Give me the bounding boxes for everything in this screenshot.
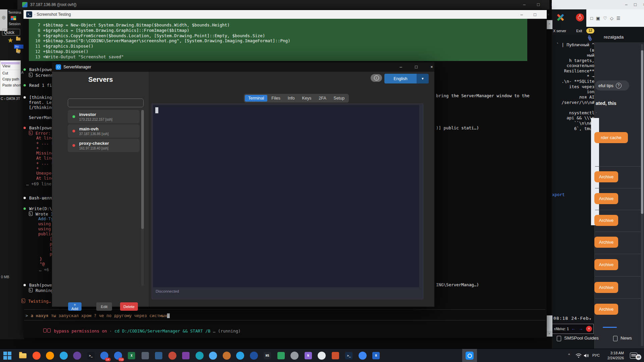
minimize-icon[interactable]: – xyxy=(396,64,406,69)
taskbar-item-monitor-app[interactable] xyxy=(152,349,166,362)
taskbar-item-chat-app[interactable] xyxy=(356,349,370,362)
close-icon[interactable]: × xyxy=(543,12,553,17)
tab-2fa[interactable]: 2FA xyxy=(315,95,329,102)
tree-selected-item[interactable]: /ro xyxy=(14,45,24,49)
server-item-main-ovh[interactable]: main-ovh37.187.136.86 [ssh] xyxy=(68,124,140,138)
useful-tips-button[interactable]: eful tips ? xyxy=(595,80,629,90)
tab-count-badge[interactable]: 12 xyxy=(586,28,594,34)
taskbar-item-tor-browser[interactable] xyxy=(70,349,84,362)
taskbar-item-utility-app[interactable] xyxy=(139,349,152,362)
panel-scrollbar-thumb[interactable] xyxy=(641,50,643,214)
maximize-icon[interactable]: □ xyxy=(533,2,543,7)
taskbar-item-r-app[interactable]: R xyxy=(369,349,383,362)
minimize-icon[interactable]: – xyxy=(621,2,631,7)
add-server-button[interactable]: + Add xyxy=(68,302,82,311)
close-icon[interactable]: × xyxy=(586,326,592,332)
context-menu-item-paste-shortcut[interactable]: Paste shortcut xyxy=(2,83,26,87)
x-server-icon[interactable] xyxy=(556,13,565,21)
context-menu-item-cut[interactable]: Cut xyxy=(2,71,8,75)
taskbar-item-remote-app-2[interactable]: 713 xyxy=(111,349,125,362)
breadcrumb[interactable]: C › DATA 3T xyxy=(1,97,20,101)
keyboard-language[interactable]: РУС xyxy=(592,353,600,357)
link-smspool-guides[interactable]: SMSPool Guides xyxy=(564,336,599,341)
paperclip-icon[interactable] xyxy=(587,35,592,43)
scrollbar-up-fragment[interactable]: ^ xyxy=(546,20,552,29)
archive-button[interactable]: Archive xyxy=(594,171,618,182)
tab-setup[interactable]: Setup xyxy=(330,95,348,102)
wifi-icon[interactable] xyxy=(576,353,582,359)
folder-icon[interactable] xyxy=(16,38,20,41)
tab-info[interactable]: Info xyxy=(284,95,298,102)
menu-icon[interactable]: ☰ xyxy=(616,16,621,21)
server-item-proxy-checker[interactable]: proxy-checker161.97.118.40 [ssh] xyxy=(68,139,140,152)
start-button[interactable] xyxy=(3,352,11,360)
server-search-input[interactable] xyxy=(68,99,144,107)
taskbar-item-terminal[interactable]: >_ xyxy=(84,349,98,362)
taskbar-item-edge[interactable] xyxy=(57,349,71,362)
chevron-down-icon[interactable]: ▾ xyxy=(589,317,591,321)
taskbar-item-settings-app[interactable] xyxy=(288,349,302,362)
taskbar-item-media-app[interactable] xyxy=(166,349,179,362)
taskbar-item-notepad-plus-plus[interactable]: N xyxy=(302,349,315,362)
tray-expand-icon[interactable]: ^ xyxy=(568,353,570,357)
taskbar-item-light-app[interactable] xyxy=(315,349,329,362)
account-name[interactable]: rezalgada xyxy=(604,35,624,40)
arrow-left-icon[interactable]: ← xyxy=(571,326,576,331)
taskbar-item-spreadsheet[interactable]: X xyxy=(125,349,139,362)
tab-files[interactable]: Files xyxy=(268,95,283,102)
taskbar-item-file-explorer[interactable] xyxy=(16,349,30,362)
maximize-icon[interactable]: □ xyxy=(530,12,540,17)
info-button[interactable]: i xyxy=(371,74,382,82)
server-item-investor[interactable]: investor173.212.212.157 [ssh] xyxy=(68,110,140,123)
close-icon[interactable]: × xyxy=(639,2,644,7)
archive-button[interactable]: Archive xyxy=(594,304,618,315)
minimize-icon[interactable]: – xyxy=(519,2,529,7)
delete-server-button[interactable]: Delete xyxy=(120,302,138,311)
taskbar-item-twitter[interactable] xyxy=(206,349,220,362)
tab-terminal[interactable]: Terminal xyxy=(245,95,267,102)
window-icon[interactable]: □ xyxy=(590,16,593,21)
taskbar-item-telegram[interactable] xyxy=(233,349,247,362)
link-news[interactable]: News xyxy=(621,336,632,341)
taskbar-item-teal-app[interactable] xyxy=(193,349,207,362)
tab-keys[interactable]: Keys xyxy=(299,95,315,102)
taskbar-item-brave[interactable] xyxy=(30,349,44,362)
taskbar-item-hs-app[interactable]: HS xyxy=(261,349,274,362)
taskbar-item-powershell[interactable]: >_ xyxy=(342,349,356,362)
terminal-screen[interactable] xyxy=(153,105,419,287)
extension-icon[interactable]: ◇ xyxy=(610,16,613,21)
tabs-icon[interactable]: ▣ xyxy=(596,16,600,21)
taskbar-item-server-manager[interactable] xyxy=(462,349,477,362)
session-icon[interactable] xyxy=(11,16,16,20)
archive-button[interactable]: Archive xyxy=(594,193,618,204)
taskbar-item-remote-app[interactable]: 14 xyxy=(98,349,111,362)
language-dropdown[interactable]: English ▾ xyxy=(384,74,429,83)
maximize-icon[interactable]: □ xyxy=(411,64,421,69)
exit-label[interactable]: Exit xyxy=(576,29,582,33)
favorites-icon[interactable]: ♡ xyxy=(603,16,607,21)
taskbar-item-photos-app[interactable] xyxy=(274,349,288,362)
taskbar-item-firefox[interactable] xyxy=(43,349,57,362)
taskbar-item-purple-app[interactable] xyxy=(179,349,193,362)
arrow-right-icon[interactable]: → xyxy=(579,326,583,331)
close-icon[interactable]: × xyxy=(427,64,437,69)
favorites-star-icon[interactable]: ★ xyxy=(7,36,13,44)
x-server-label[interactable]: X server xyxy=(553,29,566,33)
chat-input-line[interactable]: >а нахуя ты запускал хром ? че по другом… xyxy=(25,312,170,318)
edit-server-button[interactable]: Edit xyxy=(96,302,112,311)
notification-count-badge[interactable]: 40 xyxy=(636,354,641,360)
archive-button[interactable]: Archive xyxy=(594,215,618,226)
order-cache-button[interactable]: rder cache xyxy=(594,132,628,143)
menu-fragment[interactable]: Termina xyxy=(8,10,21,14)
tray-clock[interactable]: 3:18 AM 2/24/2026 xyxy=(603,351,624,361)
archive-button[interactable]: Archive xyxy=(594,237,618,248)
quick-connect-fragment[interactable]: Quick xyxy=(2,29,20,36)
context-menu-item-copy-path[interactable]: Copy path xyxy=(2,77,19,81)
taskbar-item-compass-app[interactable] xyxy=(247,349,261,362)
archive-button[interactable]: Archive xyxy=(594,282,618,293)
exit-power-icon[interactable] xyxy=(576,13,584,21)
export-link-fragment[interactable]: xport xyxy=(552,192,565,197)
minimize-icon[interactable]: – xyxy=(517,12,527,17)
restore-icon[interactable]: □ xyxy=(630,2,640,7)
archive-button[interactable]: Archive xyxy=(594,259,618,270)
